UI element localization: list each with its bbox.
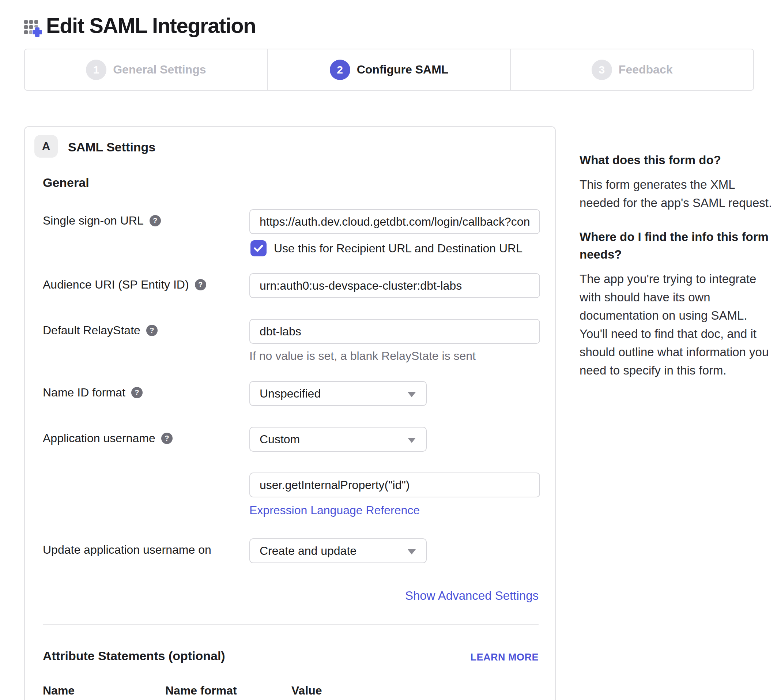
help-panel: What does this form do? This form genera… [580,152,773,396]
help-icon[interactable]: ? [131,387,143,398]
app-username-label: Application username [43,432,155,445]
relay-state-label: Default RelayState [43,324,140,337]
update-username-label-row: Update application username on [43,543,211,557]
help-answer-1: This form generates the XML needed for t… [580,175,773,212]
step-1-label: General Settings [113,63,206,77]
relay-state-input[interactable] [249,319,540,344]
page-title: Edit SAML Integration [46,13,256,38]
step-3-circle: 3 [591,60,612,80]
general-heading: General [43,175,89,190]
app-username-value: Custom [260,433,300,446]
saml-settings-card: A SAML Settings General Single sign-on U… [24,126,556,700]
expression-language-reference-link[interactable]: Expression Language Reference [249,503,420,517]
step-2-circle: 2 [330,60,350,80]
sso-url-label-row: Single sign-on URL ? [43,214,161,227]
custom-expression-input[interactable] [249,473,540,497]
audience-uri-input[interactable] [249,273,540,298]
sso-url-input[interactable] [249,209,540,234]
update-username-select[interactable]: Create and update [249,538,427,563]
checked-checkbox-icon[interactable] [250,240,266,257]
wizard-step-configure-saml[interactable]: 2 Configure SAML [267,49,510,90]
column-header-name: Name [43,684,75,697]
help-icon[interactable]: ? [146,325,158,336]
learn-more-link[interactable]: LEARN MORE [471,652,539,663]
app-username-select[interactable]: Custom [249,427,427,452]
wizard-step-general-settings[interactable]: 1 General Settings [25,49,267,90]
help-icon[interactable]: ? [150,215,161,227]
audience-uri-label: Audience URI (SP Entity ID) [43,278,189,292]
help-icon[interactable]: ? [161,433,173,444]
help-icon[interactable]: ? [195,279,206,290]
step-2-label: Configure SAML [357,63,449,77]
update-username-label: Update application username on [43,543,211,557]
relay-state-label-row: Default RelayState ? [43,324,158,337]
name-id-format-label-row: Name ID format ? [43,386,143,399]
update-username-value: Create and update [260,544,356,558]
step-1-circle: 1 [86,60,107,80]
column-header-name-format: Name format [165,684,237,697]
app-username-label-row: Application username ? [43,432,173,445]
name-id-format-select[interactable]: Unspecified [249,381,427,406]
section-divider [43,624,539,625]
relay-state-hint: If no value is set, a blank RelayState i… [249,349,476,363]
help-question-2: Where do I find the info this form needs… [580,228,773,263]
step-3-label: Feedback [619,63,673,77]
recipient-url-checkbox-label[interactable]: Use this for Recipient URL and Destinati… [274,242,523,255]
help-answer-2: The app you're trying to integrate with … [580,270,773,380]
audience-uri-label-row: Audience URI (SP Entity ID) ? [43,278,206,292]
recipient-url-checkbox-row: Use this for Recipient URL and Destinati… [250,240,523,257]
column-header-value: Value [291,684,322,697]
section-title: SAML Settings [68,140,155,154]
page-header: Edit SAML Integration [24,13,256,38]
edit-saml-integration-page: Edit SAML Integration 1 General Settings… [0,0,781,700]
wizard-step-feedback[interactable]: 3 Feedback [510,49,753,90]
chevron-down-icon [408,392,416,397]
name-id-format-value: Unspecified [260,387,321,400]
attribute-statements-heading: Attribute Statements (optional) [43,649,225,663]
add-app-grid-icon [24,14,45,37]
help-question-1: What does this form do? [580,152,773,169]
chevron-down-icon [408,438,416,443]
name-id-format-label: Name ID format [43,386,125,399]
show-advanced-settings-link[interactable]: Show Advanced Settings [405,589,539,603]
wizard-steps: 1 General Settings 2 Configure SAML 3 Fe… [24,48,754,91]
sso-url-label: Single sign-on URL [43,214,144,227]
section-badge-a: A [34,135,58,158]
chevron-down-icon [408,549,416,555]
